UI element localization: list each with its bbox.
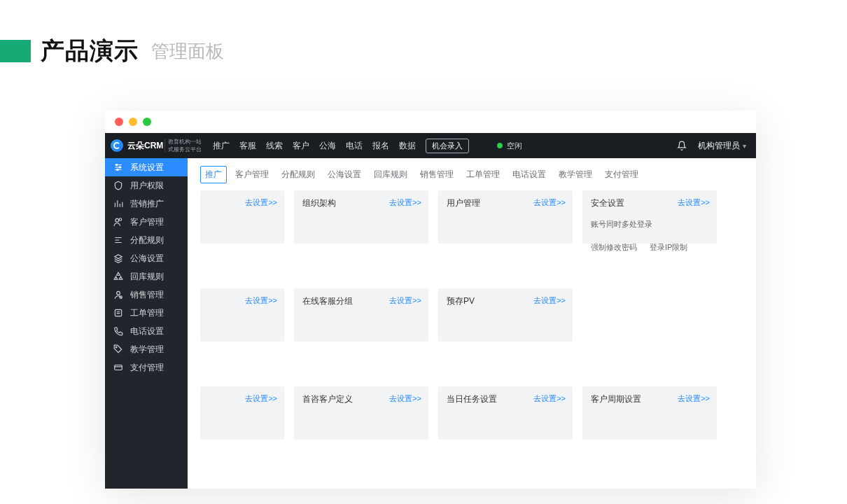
topnav-item[interactable]: 电话 <box>346 140 363 152</box>
tab[interactable]: 客户管理 <box>231 166 273 183</box>
sidebar-item-recycle-rules[interactable]: 回库规则 <box>105 267 188 286</box>
go-settings-link[interactable]: 去设置>> <box>533 393 566 404</box>
app-body: 系统设置 用户权限 营销推广 客户管理 <box>105 158 756 489</box>
svg-point-8 <box>115 346 117 348</box>
go-settings-link[interactable]: 去设置>> <box>245 197 277 208</box>
go-settings-link[interactable]: 去设置>> <box>678 393 710 404</box>
logo-divider <box>164 139 165 153</box>
phone-icon <box>113 326 123 336</box>
svg-point-5 <box>117 291 120 295</box>
tab[interactable]: 销售管理 <box>416 166 458 183</box>
tab[interactable]: 回库规则 <box>370 166 412 183</box>
users-icon <box>113 217 123 227</box>
settings-tabs: 推广 客户管理 分配规则 公海设置 回库规则 销售管理 工单管理 电话设置 教学… <box>188 158 756 190</box>
go-settings-link[interactable]: 去设置>> <box>533 295 566 306</box>
topnav-item[interactable]: 推广 <box>213 140 230 152</box>
sidebar-item-system-settings[interactable]: 系统设置 <box>105 158 188 176</box>
recycle-icon <box>113 272 123 281</box>
topnav-item[interactable]: 客户 <box>293 140 309 152</box>
svg-rect-9 <box>115 365 122 370</box>
sidebar-item-teaching[interactable]: 教学管理 <box>105 340 188 358</box>
svg-point-4 <box>119 218 122 221</box>
settings-card-pv: 预存PV 去设置>> <box>438 288 573 342</box>
sidebar-label: 回库规则 <box>130 271 164 283</box>
status-text: 空闲 <box>507 141 522 151</box>
go-settings-link[interactable]: 去设置>> <box>245 295 277 306</box>
database-icon <box>113 253 123 263</box>
sidebar-item-user-permissions[interactable]: 用户权限 <box>105 176 188 195</box>
sidebar-item-customers[interactable]: 客户管理 <box>105 213 188 231</box>
sidebar-label: 用户权限 <box>130 180 164 192</box>
shield-icon <box>113 181 123 190</box>
admin-menu[interactable]: 机构管理员 ▾ <box>698 140 746 152</box>
go-settings-link[interactable]: 去设置>> <box>389 295 421 306</box>
tab[interactable]: 分配规则 <box>277 166 319 183</box>
settings-card-first-consult: 首咨客户定义 去设置>> <box>294 386 428 440</box>
settings-card: 去设置>> <box>200 386 284 440</box>
sidebar-label: 分配规则 <box>130 234 164 246</box>
sidebar-item-marketing[interactable]: 营销推广 <box>105 195 188 213</box>
status-dot-icon <box>497 143 503 148</box>
zoom-dot[interactable] <box>143 118 151 126</box>
svg-point-3 <box>115 218 119 222</box>
topnav-item[interactable]: 线索 <box>266 140 283 152</box>
tab[interactable]: 支付管理 <box>601 166 643 183</box>
sidebar-label: 营销推广 <box>130 198 164 210</box>
sidebar-label: 销售管理 <box>130 289 164 301</box>
topnav-item[interactable]: 报名 <box>372 140 389 152</box>
card-sublist: 账号同时多处登录 强制修改密码 登录IP限制 <box>591 219 710 253</box>
sidebar-item-phone[interactable]: 电话设置 <box>105 322 188 340</box>
settings-card-security: 安全设置 去设置>> 账号同时多处登录 强制修改密码 登录IP限制 <box>582 190 717 244</box>
go-settings-link[interactable]: 去设置>> <box>389 393 421 404</box>
card-icon <box>113 363 123 372</box>
card-row: 去设置>> 首咨客户定义 去设置>> 当日任务设置 去设置>> 客户周期设置 去… <box>200 386 743 440</box>
go-settings-link[interactable]: 去设置>> <box>245 393 277 404</box>
sidebar-item-sea-settings[interactable]: 公海设置 <box>105 249 188 267</box>
tab[interactable]: 推广 <box>200 166 227 183</box>
sidebar-item-assign-rules[interactable]: 分配规则 <box>105 231 188 249</box>
go-settings-link[interactable]: 去设置>> <box>678 197 710 208</box>
settings-card-online-group: 在线客服分组 去设置>> <box>294 288 428 342</box>
tab[interactable]: 工单管理 <box>462 166 504 183</box>
tag-icon <box>113 344 123 354</box>
go-settings-link[interactable]: 去设置>> <box>389 197 421 208</box>
go-settings-link[interactable]: 去设置>> <box>533 197 566 208</box>
sidebar-item-payment[interactable]: 支付管理 <box>105 358 188 377</box>
card-sub-item: 账号同时多处登录 <box>591 219 652 230</box>
tab[interactable]: 公海设置 <box>323 166 365 183</box>
logo-text: 云朵CRM <box>127 141 163 150</box>
tab[interactable]: 教学管理 <box>554 166 596 183</box>
sliders-icon <box>113 162 123 172</box>
sidebar-label: 教学管理 <box>130 344 164 356</box>
page-subtitle: 管理面板 <box>151 39 224 64</box>
svg-point-0 <box>116 164 118 165</box>
sidebar-label: 系统设置 <box>130 162 164 174</box>
minimize-dot[interactable] <box>129 118 137 126</box>
card-row: 去设置>> 在线客服分组 去设置>> 预存PV 去设置>> <box>200 288 743 342</box>
topnav-item[interactable]: 公海 <box>319 140 336 152</box>
tab[interactable]: 电话设置 <box>508 166 550 183</box>
sidebar-label: 公海设置 <box>130 253 164 265</box>
settings-card-user-mgmt: 用户管理 去设置>> <box>438 190 573 244</box>
sidebar-item-sales[interactable]: 销售管理 <box>105 286 188 304</box>
sidebar-label: 客户管理 <box>130 216 164 228</box>
close-dot[interactable] <box>115 118 123 126</box>
sidebar-item-tickets[interactable]: 工单管理 <box>105 304 188 322</box>
rules-icon <box>113 235 123 245</box>
topnav-menu: 推广 客服 线索 客户 公海 电话 报名 数据 <box>213 140 416 152</box>
settings-card-customer-cycle: 客户周期设置 去设置>> <box>582 386 717 440</box>
topnav-item[interactable]: 客服 <box>239 140 256 152</box>
chart-icon <box>113 199 123 209</box>
logo-mark-icon <box>111 139 123 152</box>
notifications-icon[interactable] <box>677 141 687 150</box>
window-titlebar <box>105 111 756 133</box>
chevron-down-icon: ▾ <box>743 142 746 150</box>
sales-icon <box>113 290 123 300</box>
topnav-item[interactable]: 数据 <box>399 140 416 152</box>
online-status[interactable]: 空闲 <box>497 141 522 151</box>
svg-point-1 <box>119 167 120 168</box>
settings-card-org: 组织架构 去设置>> <box>294 190 428 244</box>
record-opportunity-button[interactable]: 机会录入 <box>426 139 469 153</box>
card-row: 去设置>> 组织架构 去设置>> 用户管理 去设置>> 安全设置 去设置>> <box>200 190 743 244</box>
ticket-icon <box>113 308 123 318</box>
